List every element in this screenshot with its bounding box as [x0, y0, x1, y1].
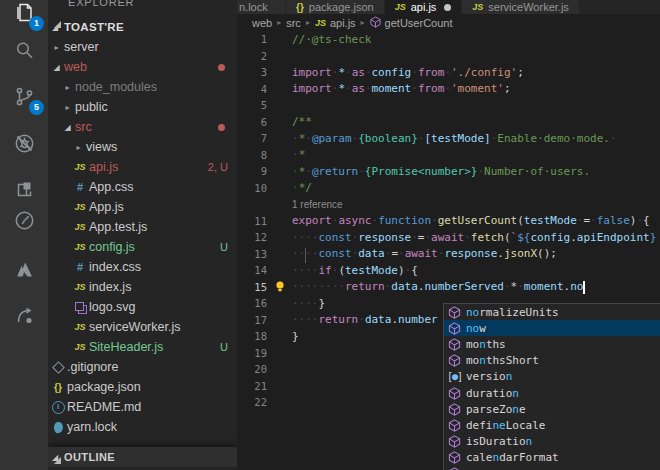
breadcrumb-item-web[interactable]: web	[252, 17, 272, 29]
suggest-item-now[interactable]: now	[444, 320, 660, 336]
code-line[interactable]: 12····const·response·=·await·fetch(`${co…	[237, 229, 660, 246]
chevron-expanded-icon: ◢	[61, 123, 74, 132]
code-line[interactable]: 5	[237, 97, 660, 114]
css-file-icon: #	[77, 181, 83, 193]
bug-off-icon	[13, 132, 36, 159]
module-icon	[448, 403, 461, 416]
tree-item-app-test-js[interactable]: JSApp.test.js	[48, 217, 237, 237]
tree-item-readme-md[interactable]: iREADME.md	[48, 397, 237, 417]
tree-item-siteheader-js[interactable]: JSSiteHeader.jsU	[48, 337, 237, 357]
line-number: 3	[237, 66, 267, 78]
code-line[interactable]: 2	[237, 48, 660, 65]
suggest-item-normalizeunits[interactable]: normalizeUnits	[444, 304, 660, 320]
code-line[interactable]: 9·*·@return·{Promise<number>}·Number·of·…	[237, 163, 660, 180]
code-line-content: ·*	[292, 148, 660, 161]
activity-source-control-button[interactable]: 5	[0, 75, 48, 121]
code-line[interactable]: 6/**	[237, 114, 660, 131]
module-icon	[448, 387, 461, 400]
text-cursor	[583, 281, 585, 294]
tab-label: package.json	[309, 1, 374, 13]
autocomplete-popup: normalizeUnitsnowmonthsmonthsShort[●]ver…	[443, 303, 660, 470]
line-number: 5	[237, 99, 267, 111]
tree-item-server[interactable]: ▸server	[48, 37, 237, 57]
tree-item-package-json[interactable]: {}package.json	[48, 377, 237, 397]
js-file-icon: JS	[395, 2, 406, 12]
code-line[interactable]: 15········return·data.numberServed·*·mom…	[237, 279, 660, 296]
tree-item-public[interactable]: ▸public	[48, 97, 237, 117]
tree-item-label: public	[75, 100, 108, 114]
tab-package-json[interactable]: {}package.json	[286, 0, 384, 14]
tree-item-label: logo.svg	[89, 300, 136, 314]
suggest-label: isDuration	[466, 435, 532, 448]
line-number: 22	[237, 396, 267, 408]
outline-section-header[interactable]: ◢ OUTLINE	[48, 447, 237, 467]
activity-azure-button[interactable]	[0, 248, 48, 294]
code-line[interactable]: 3import·*·as·config·from·'./config';	[237, 64, 660, 81]
code-line[interactable]: 13····const·data·=·await·response.jsonX(…	[237, 246, 660, 263]
suggest-item-parsezone[interactable]: parseZone	[444, 401, 660, 417]
suggest-item-months[interactable]: months	[444, 336, 660, 352]
tab-label: api.js	[411, 1, 437, 13]
code-line[interactable]: 1//·@ts-check	[237, 31, 660, 48]
code-line[interactable]: 10·*/	[237, 180, 660, 197]
code-line[interactable]: 7·*·@param·{boolean}·[testMode]·Enable·d…	[237, 130, 660, 147]
suggest-item-monthsshort[interactable]: monthsShort	[444, 353, 660, 369]
lightbulb-icon[interactable]	[274, 280, 286, 293]
json-file-icon: {}	[296, 2, 304, 13]
tree-item-config-js[interactable]: JSconfig.jsU	[48, 237, 237, 257]
tree-item-web[interactable]: ◢web	[48, 57, 237, 77]
activity-badge: 5	[29, 100, 44, 115]
suggest-item-definelocale[interactable]: defineLocale	[444, 417, 660, 433]
tree-item-api-js[interactable]: JSapi.js2, U	[48, 157, 237, 177]
suggest-label: monthsShort	[466, 354, 539, 367]
activity-bug-off-button[interactable]	[0, 122, 48, 168]
suggest-label: parseZone	[466, 403, 526, 416]
code-line-content: //·@ts-check	[292, 33, 660, 46]
git-status-badge: U	[220, 241, 228, 253]
breadcrumb-label: web	[252, 17, 272, 29]
activity-search-button[interactable]	[0, 29, 48, 75]
chevron-collapsed-icon: ▸	[72, 143, 85, 152]
suggest-item-calendarformat[interactable]: calendarFormat	[444, 450, 660, 466]
tree-item-logo-svg[interactable]: logo.svg	[48, 297, 237, 317]
tab-n-lock[interactable]: n.lock	[237, 0, 285, 14]
breadcrumb-item-api-js[interactable]: JSapi.js	[315, 17, 356, 29]
tree-item-index-css[interactable]: #index.css	[48, 257, 237, 277]
css-file-icon: #	[77, 261, 83, 273]
suggest-item-version[interactable]: [●]version	[444, 369, 660, 385]
code-line-content: ········return·data.numberServed·*·momen…	[292, 280, 660, 294]
line-number: 13	[237, 248, 267, 260]
file-icon-slot: JS	[72, 342, 88, 352]
suggest-item[interactable]	[444, 466, 660, 470]
tab-serviceworker-js[interactable]: JSserviceWorker.js	[462, 0, 579, 14]
code-line-content: import·*·as·moment·from·'moment';	[292, 82, 660, 95]
code-line[interactable]: 11export·async·function·getUserCount(tes…	[237, 213, 660, 230]
breadcrumb-item-getusercount[interactable]: getUserCount	[370, 16, 453, 30]
file-icon-slot	[50, 363, 66, 372]
breadcrumb-separator-icon: ▸	[304, 18, 312, 27]
tree-root-toastre[interactable]: ◢ TOAST'RE	[48, 17, 237, 37]
tree-item-src[interactable]: ◢src	[48, 117, 237, 137]
suggest-item-duration[interactable]: duration	[444, 385, 660, 401]
tree-item-views[interactable]: ▸views	[48, 137, 237, 157]
suggest-item-isduration[interactable]: isDuration	[444, 434, 660, 450]
codelens-references[interactable]: 1 reference	[237, 199, 343, 210]
code-line[interactable]: 14····if·(testMode)·{	[237, 262, 660, 279]
tree-item-yarn-lock[interactable]: yarn.lock	[48, 417, 237, 437]
tree-item-app-css[interactable]: #App.css	[48, 177, 237, 197]
tree-item-serviceworker-js[interactable]: JSserviceWorker.js	[48, 317, 237, 337]
file-icon-slot: JS	[72, 242, 88, 252]
tree-item-node-modules[interactable]: ▸node_modules	[48, 77, 237, 97]
activity-gitlens-button[interactable]	[0, 294, 48, 340]
breadcrumb-item-src[interactable]: src	[286, 17, 301, 29]
problems-dot-badge	[218, 64, 225, 71]
readme-file-icon: i	[52, 401, 65, 414]
tree-item-app-js[interactable]: JSApp.js	[48, 197, 237, 217]
activity-dial-button[interactable]	[0, 199, 48, 245]
code-line[interactable]: 4import·*·as·moment·from·'moment';	[237, 81, 660, 98]
code-line[interactable]: 8·*	[237, 147, 660, 164]
tree-item--gitignore[interactable]: .gitignore	[48, 357, 237, 377]
tree-item-index-js[interactable]: JSindex.js	[48, 277, 237, 297]
tab-api-js[interactable]: JSapi.js	[385, 0, 462, 14]
code-line-content: /**	[292, 115, 660, 128]
